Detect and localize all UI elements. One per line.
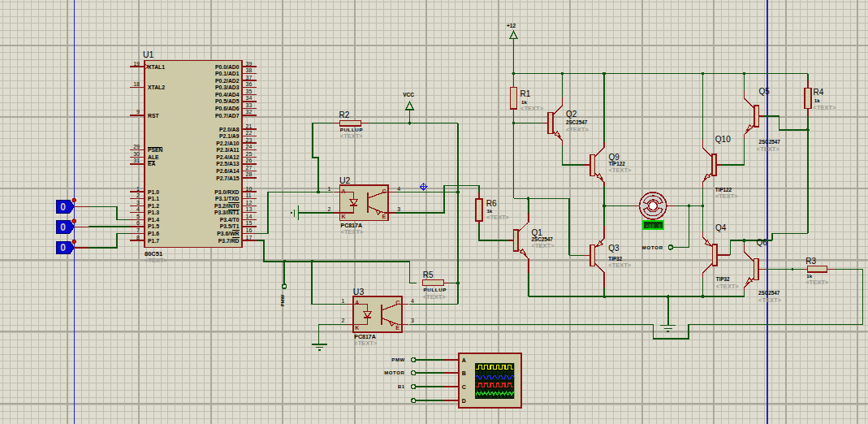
- svg-text:TIP32: TIP32: [608, 256, 622, 262]
- svg-text:4: 4: [136, 206, 140, 212]
- svg-text:<TEXT>: <TEXT>: [814, 104, 837, 111]
- svg-text:2SC2547: 2SC2547: [758, 139, 780, 145]
- svg-text:1k: 1k: [806, 273, 812, 279]
- svg-text:P1.2: P1.2: [148, 203, 159, 209]
- svg-text:P0.5/AD5: P0.5/AD5: [215, 98, 240, 104]
- svg-text:PSEN: PSEN: [148, 147, 163, 153]
- svg-text:17: 17: [246, 235, 253, 240]
- svg-text:1k: 1k: [814, 97, 820, 103]
- svg-text:P0.1/AD1: P0.1/AD1: [215, 71, 240, 76]
- svg-text:31: 31: [133, 158, 140, 163]
- svg-text:P2.6/A14: P2.6/A14: [216, 168, 240, 174]
- svg-text:P0.6/AD6: P0.6/AD6: [215, 106, 240, 111]
- svg-text:R5: R5: [423, 270, 434, 279]
- svg-text:23: 23: [246, 137, 253, 143]
- svg-text:32: 32: [246, 109, 253, 115]
- svg-text:16: 16: [246, 227, 253, 233]
- svg-text:<TEXT>: <TEXT>: [340, 132, 364, 140]
- svg-text:U2: U2: [339, 175, 351, 185]
- svg-text:<TEXT>: <TEXT>: [423, 293, 447, 301]
- svg-text:A: A: [342, 188, 346, 194]
- svg-text:34: 34: [246, 95, 253, 101]
- svg-text:RST: RST: [148, 113, 159, 119]
- svg-text:P0.2/AD2: P0.2/AD2: [215, 78, 240, 84]
- svg-text:<TEXT>: <TEXT>: [354, 340, 378, 347]
- svg-text:7: 7: [136, 227, 140, 233]
- svg-text:ALE: ALE: [148, 154, 159, 160]
- svg-text:P2.2/A10: P2.2/A10: [216, 141, 240, 146]
- svg-text:2: 2: [341, 318, 344, 323]
- svg-text:2: 2: [328, 206, 331, 212]
- svg-text:<TEXT>: <TEXT>: [486, 214, 510, 221]
- svg-text:15: 15: [246, 220, 253, 226]
- svg-text:VCC: VCC: [403, 92, 414, 97]
- svg-text:P3.4/T0: P3.4/T0: [220, 217, 240, 223]
- svg-text:PC817A: PC817A: [354, 334, 375, 340]
- svg-text:Q1: Q1: [532, 228, 543, 237]
- svg-text:R6: R6: [486, 199, 497, 208]
- svg-text:Q5: Q5: [758, 87, 770, 96]
- svg-text:E: E: [395, 325, 399, 331]
- svg-text:K: K: [355, 325, 359, 331]
- svg-text:2SC2547: 2SC2547: [532, 236, 554, 242]
- svg-text:XTAL2: XTAL2: [148, 84, 165, 90]
- svg-text:P2.3/A11: P2.3/A11: [217, 147, 240, 153]
- svg-text:PMW: PMW: [391, 357, 404, 362]
- svg-text:14: 14: [246, 214, 253, 219]
- svg-text:P3.3/INT1: P3.3/INT1: [214, 210, 240, 215]
- svg-text:P1.3: P1.3: [148, 210, 159, 215]
- svg-text:TIP32: TIP32: [716, 276, 730, 282]
- svg-text:1: 1: [328, 186, 331, 192]
- svg-text:P0.7/AD7: P0.7/AD7: [215, 113, 240, 119]
- svg-text:MOTOR: MOTOR: [384, 370, 404, 375]
- svg-text:+12: +12: [507, 23, 516, 28]
- svg-text:26: 26: [246, 158, 253, 163]
- svg-text:5: 5: [136, 214, 140, 219]
- svg-text:25: 25: [246, 151, 253, 157]
- svg-text:Q10: Q10: [715, 135, 731, 144]
- svg-text:0: 0: [60, 201, 66, 213]
- svg-text:U3: U3: [353, 287, 365, 296]
- svg-text:P2.5/A13: P2.5/A13: [216, 161, 240, 167]
- svg-text:K: K: [342, 214, 346, 219]
- svg-text:<TEXT>: <TEXT>: [608, 262, 632, 269]
- svg-text:<TEXT>: <TEXT>: [805, 279, 829, 286]
- svg-text:+88.8: +88.8: [646, 224, 661, 230]
- svg-text:XTAL1: XTAL1: [148, 64, 165, 70]
- svg-text:39: 39: [246, 61, 253, 67]
- svg-text:Q4: Q4: [715, 223, 727, 232]
- svg-text:1: 1: [341, 298, 344, 304]
- svg-text:E: E: [382, 214, 386, 219]
- svg-text:Q9: Q9: [609, 153, 620, 162]
- svg-text:P0.0/AD0: P0.0/AD0: [215, 64, 240, 70]
- svg-text:P1.7: P1.7: [148, 238, 159, 244]
- svg-text:P3.2/INT0: P3.2/INT0: [214, 203, 240, 209]
- svg-text:P3.0/RXD: P3.0/RXD: [214, 189, 239, 195]
- svg-text:3: 3: [397, 206, 400, 212]
- svg-text:12: 12: [246, 200, 253, 206]
- svg-text:Q3: Q3: [608, 244, 620, 253]
- svg-text:<TEXT>: <TEXT>: [145, 257, 168, 264]
- svg-text:R3: R3: [805, 257, 816, 266]
- svg-text:P3.6/WR: P3.6/WR: [217, 231, 239, 236]
- svg-text:P0.3/AD3: P0.3/AD3: [215, 84, 240, 90]
- svg-text:P3.7/RD: P3.7/RD: [218, 238, 240, 244]
- svg-text:D: D: [462, 398, 466, 404]
- svg-text:R1: R1: [520, 89, 531, 98]
- svg-text:B1: B1: [398, 384, 405, 389]
- svg-text:22: 22: [246, 130, 253, 136]
- svg-text:U1: U1: [143, 50, 154, 59]
- svg-text:C: C: [462, 384, 466, 390]
- svg-text:1k: 1k: [486, 208, 492, 214]
- svg-text:<TEXT>: <TEXT>: [716, 283, 740, 290]
- svg-text:<TEXT>: <TEXT>: [532, 242, 555, 249]
- svg-text:0: 0: [60, 222, 66, 233]
- svg-text:P0.4/AD4: P0.4/AD4: [215, 92, 240, 97]
- svg-text:0: 0: [60, 242, 66, 253]
- svg-text:R4: R4: [814, 88, 824, 97]
- svg-text:13: 13: [246, 206, 253, 212]
- svg-text:P3.1/TXD: P3.1/TXD: [215, 196, 240, 201]
- svg-text:33: 33: [246, 102, 253, 108]
- svg-text:1: 1: [136, 186, 140, 192]
- svg-text:36: 36: [246, 81, 253, 87]
